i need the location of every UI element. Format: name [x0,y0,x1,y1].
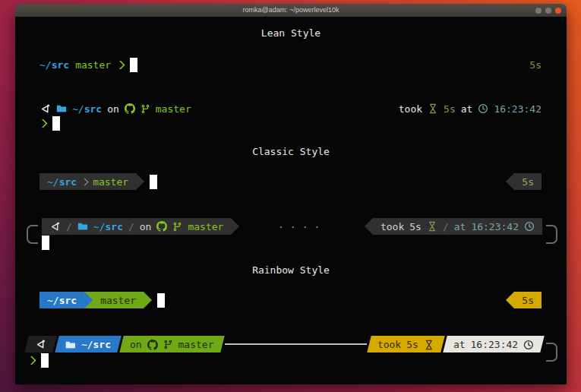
duration-label: 5s [522,176,534,188]
took-label: took [377,339,401,350]
lean-style-heading: Lean Style [15,27,567,39]
rainbow-prompt-icons-line1: ~/src on master took 5s [27,336,557,352]
titlebar[interactable]: romka@adam: ~/powerlevel10k [15,4,567,17]
separator-chevron-icon [81,178,89,185]
os-icon [35,339,46,350]
duration-label: 5s [444,103,456,115]
path-segment: ~/src [93,221,123,232]
segment-separator: / [443,221,449,232]
os-segment [24,336,56,352]
desktop-wallpaper: romka@adam: ~/powerlevel10k Lean Style ~… [0,0,581,392]
took-label: took [380,221,404,232]
cursor-block [130,58,137,72]
duration-segment: took 5s [367,336,444,352]
classic-style-heading: Classic Style [15,146,567,157]
lean-prompt-icons-line1: ~/src on master took 5s at 16:23:42 [39,100,542,117]
git-branch-label: master [156,103,191,115]
on-label: on [107,103,119,115]
at-label: at [461,103,473,115]
clock-icon [524,221,535,232]
github-icon [156,221,167,232]
git-branch-label: master [188,221,223,232]
time-label: 16:23:42 [494,103,542,115]
powerline-arrow-right [84,292,93,308]
window-title: romka@adam: ~/powerlevel10k [243,4,339,17]
os-icon [49,221,61,232]
git-branch-icon [172,222,182,232]
powerline-segment-duration: 5s [514,292,542,308]
filler-line [225,343,367,345]
folder-icon [65,339,76,349]
powerline-arrow-right [136,173,144,190]
powerline-segment-branch: master [93,292,144,308]
git-branch-label: master [75,59,111,71]
cursor-block [52,116,60,131]
cursor-block [150,175,157,189]
frame-corner-top-right [546,225,557,235]
window-controls [535,8,561,14]
git-branch-label: master [100,295,136,306]
hourglass-icon [427,221,437,232]
clock-icon [478,103,488,114]
path-label: ~/src [81,339,111,350]
took-label: took [399,103,422,115]
git-branch-icon [141,104,150,114]
powerline-arrow-left [365,218,373,235]
duration-label: 5s [529,59,542,71]
prompt-chevron-icon [115,60,125,70]
prompt-chevron-icon [27,356,36,365]
github-icon [125,103,135,114]
git-branch-label: master [178,339,214,350]
on-label: on [140,221,152,232]
path-segment: ~/src [47,176,77,188]
at-label: at [454,221,466,232]
segment-separator: / [66,221,72,232]
minimize-button[interactable] [535,8,542,14]
powerline-segment-path: ~/src [39,292,84,308]
segment-separator: / [128,221,134,232]
path-segment: ~/src [72,103,102,115]
on-label: on [130,339,142,350]
powerline-segment-left: ~/src master [39,173,136,190]
branch-segment: on master [119,336,224,352]
filler-dots: ···· [239,221,365,232]
time-label: 16:23:42 [471,221,519,232]
maximize-button[interactable] [545,8,551,14]
path-segment: ~/src [55,336,122,352]
hourglass-icon [424,339,434,349]
github-icon [147,339,158,349]
rainbow-prompt-icons-line2 [27,352,557,368]
close-button[interactable] [555,8,561,14]
folder-icon [77,221,88,232]
hourglass-icon [428,103,438,114]
lean-prompt-icons-line2 [39,115,542,131]
cursor-block [42,236,49,250]
rainbow-style-heading: Rainbow Style [15,264,567,276]
frame-corner-top-left [27,225,38,235]
at-label: at [453,339,466,350]
powerline-segment-left: / ~/src / on master [42,218,231,235]
prompt-chevron-icon [38,119,48,128]
powerline-segment-right: 5s [514,173,542,190]
time-segment: at 16:23:42 [443,336,545,352]
frame-corner-bottom-left [27,235,38,244]
powerline-arrow-right [231,218,239,235]
path-segment: ~/src [39,59,69,71]
frame-corner-top-right [546,343,557,352]
terminal-window: romka@adam: ~/powerlevel10k Lean Style ~… [15,4,567,384]
powerline-arrow-left [506,292,514,308]
duration-label: 5s [522,295,534,306]
powerline-arrow-right [144,292,152,308]
classic-prompt-icons-line2 [27,235,557,250]
classic-prompt-icons-line1: / ~/src / on master ···· took 5s / [27,218,557,235]
folder-icon [56,103,67,114]
duration-label: 5s [406,339,418,350]
duration-label: 5s [409,221,422,232]
rainbow-prompt-simple: ~/src master 5s [39,292,542,308]
git-branch-label: master [93,176,128,188]
git-branch-icon [163,340,173,349]
frame-corner-bottom-right [546,352,557,362]
lean-prompt-simple: ~/src master 5s [39,56,542,73]
terminal-content[interactable]: Lean Style ~/src master 5s ~/src on [15,17,567,384]
time-label: 16:23:42 [470,339,518,350]
